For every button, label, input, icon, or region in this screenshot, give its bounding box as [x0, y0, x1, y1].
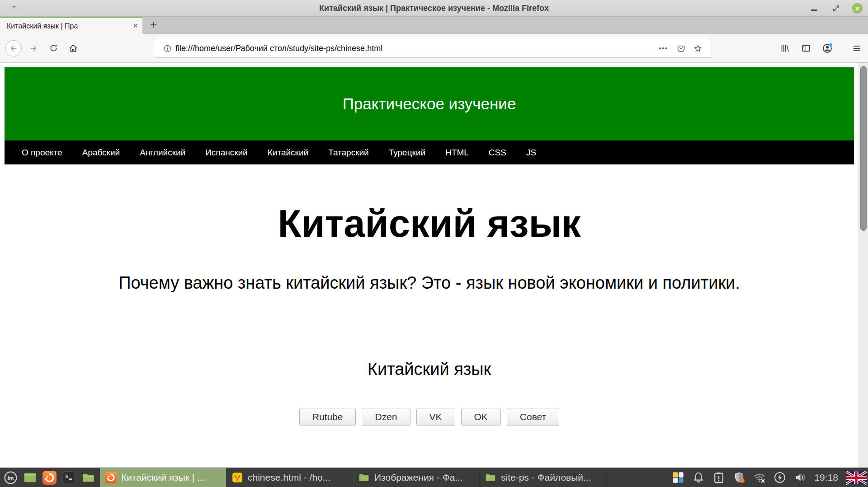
webpage: Практическое изучение О проекте Арабский… [0, 63, 859, 468]
nav-link-english[interactable]: Английский [130, 148, 195, 158]
new-tab-button[interactable]: + [142, 17, 165, 34]
forward-icon [29, 44, 38, 53]
svg-text:lm: lm [8, 475, 14, 481]
keyboard-layout-flag-icon[interactable] [846, 471, 867, 485]
wifi-disconnected-icon[interactable] [753, 471, 766, 484]
taskbar-window-list: Китайский язык | ... chinese.html - /ho.… [100, 468, 606, 487]
reload-button[interactable] [43, 38, 63, 58]
nav-link-about[interactable]: О проекте [12, 148, 72, 158]
bookmark-star-icon[interactable] [693, 44, 703, 53]
home-button[interactable] [63, 38, 83, 58]
nav-link-spanish[interactable]: Испанский [195, 148, 258, 158]
svg-text:$: $ [66, 474, 69, 479]
sidebar-icon[interactable] [797, 40, 815, 57]
page-viewport: Практическое изучение О проекте Арабский… [0, 63, 868, 468]
maximize-icon [832, 5, 840, 12]
minimize-button[interactable] [809, 3, 820, 14]
page-actions-icon[interactable]: ••• [659, 45, 668, 52]
close-button[interactable]: × [852, 3, 863, 14]
volume-icon[interactable] [794, 471, 807, 484]
page-intro: Почему важно знать китайский язык? Это -… [5, 273, 854, 293]
nav-link-chinese[interactable]: Китайский [258, 148, 318, 158]
menu-hamburger-icon[interactable] [848, 40, 865, 57]
task-label: site-ps - Файловый... [501, 472, 591, 483]
browser-tab[interactable]: Китайский язык | Пра × [0, 17, 142, 34]
task-button-images-folder[interactable]: Изображения - Фа... [353, 468, 480, 487]
task-label: Изображения - Фа... [374, 472, 463, 483]
share-button-row: Rutube Dzen VK OK Совет [5, 408, 854, 426]
back-button[interactable] [4, 38, 24, 58]
desktop: ⌄ Китайский язык | Практическое изучение… [0, 0, 868, 487]
nav-link-tatar[interactable]: Татарский [318, 148, 379, 158]
share-button-ok[interactable]: OK [461, 408, 501, 426]
task-label: Китайский язык | ... [121, 472, 205, 483]
reload-icon [49, 43, 58, 53]
window-menu-chevron-icon[interactable]: ⌄ [11, 1, 17, 9]
power-manager-icon[interactable] [774, 471, 786, 484]
window-title: Китайский язык | Практическое изучение -… [0, 4, 868, 13]
task-button-editor[interactable]: chinese.html - /ho... [226, 468, 353, 487]
url-input[interactable] [175, 44, 654, 53]
nav-link-css[interactable]: CSS [479, 148, 516, 158]
taskbar: lm $ Китайский язык | ... [0, 468, 868, 487]
page-subheading: Китайский язык [5, 360, 854, 379]
toolbar-divider [842, 42, 842, 54]
share-button-sovet[interactable]: Совет [507, 408, 559, 426]
site-header-title: Практическое изучение [343, 95, 516, 113]
site-info-icon[interactable] [163, 44, 172, 53]
nav-link-arabic[interactable]: Арабский [72, 148, 130, 158]
task-button-firefox[interactable]: Китайский язык | ... [100, 468, 226, 487]
pocket-icon[interactable] [676, 44, 686, 53]
url-bar[interactable]: ••• [154, 39, 712, 58]
text-editor-icon [231, 472, 243, 483]
share-button-dzen[interactable]: Dzen [362, 408, 410, 426]
page-scrollbar[interactable] [859, 63, 868, 468]
account-icon[interactable] [819, 40, 836, 57]
folder-icon [358, 472, 370, 483]
library-icon[interactable] [776, 40, 793, 57]
taskbar-launchers: lm $ [0, 471, 100, 485]
back-icon [9, 44, 18, 53]
browser-toolbar: ••• [0, 34, 868, 63]
tab-close-icon[interactable]: × [133, 21, 138, 31]
nav-link-js[interactable]: JS [516, 148, 546, 158]
maximize-button[interactable] [830, 3, 841, 14]
tab-title: Китайский язык | Пра [7, 22, 129, 30]
update-shield-icon[interactable] [733, 471, 745, 484]
home-icon [68, 43, 78, 53]
scrollbar-thumb[interactable] [860, 66, 867, 231]
page-title: Китайский язык [5, 204, 854, 243]
tab-strip: Китайский язык | Пра × + [0, 17, 868, 34]
site-nav: О проекте Арабский Английский Испанский … [5, 140, 854, 164]
folder-icon [485, 472, 496, 483]
firefox-launcher-icon[interactable] [42, 471, 57, 485]
notifications-bell-icon[interactable] [692, 471, 705, 484]
taskbar-clock[interactable]: 19:18 [814, 472, 838, 483]
nav-button-group [4, 34, 83, 62]
toolbar-right-group [776, 34, 865, 62]
task-button-siteps-folder[interactable]: site-ps - Файловый... [480, 468, 606, 487]
forward-button[interactable] [24, 38, 43, 58]
nav-link-html[interactable]: HTML [435, 148, 479, 158]
window-controls: × [809, 0, 863, 17]
system-tray: 19:18 [672, 471, 868, 485]
share-button-rutube[interactable]: Rutube [299, 408, 356, 426]
clipboard-report-icon[interactable] [712, 471, 725, 484]
share-button-vk[interactable]: VK [416, 408, 455, 426]
firefox-icon [105, 472, 117, 483]
reports-quadrant-icon[interactable] [672, 471, 684, 484]
mint-menu-button[interactable]: lm [4, 471, 18, 485]
files-launcher-icon[interactable] [81, 471, 95, 485]
window-titlebar: ⌄ Китайский язык | Практическое изучение… [0, 0, 868, 17]
nav-link-turkish[interactable]: Турецкий [379, 148, 435, 158]
task-label: chinese.html - /ho... [248, 472, 330, 483]
site-header: Практическое изучение [5, 67, 854, 140]
show-desktop-button[interactable] [23, 471, 37, 485]
terminal-launcher-icon[interactable]: $ [62, 471, 76, 485]
